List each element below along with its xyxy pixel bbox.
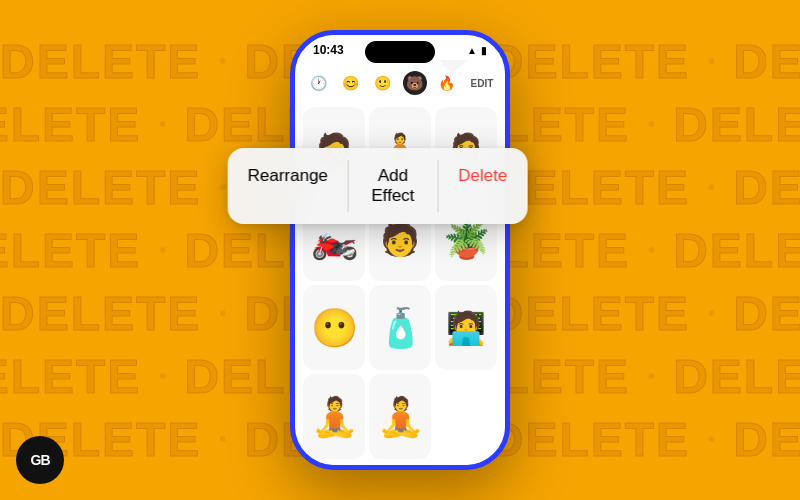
toolbar-clock-icon[interactable]: 🕐 [307,71,331,95]
sticker-5: 🧑 [380,220,420,258]
sticker-cell-8[interactable]: 🧴 [369,285,431,370]
toolbar-emoji-icon[interactable]: 🙂 [371,71,395,95]
logo-text: GB [31,452,50,468]
sticker-cell-11[interactable]: 🧘 [369,374,431,459]
phone-screen: 10:43 ▲ ▮ 🕐 😊 🙂 🐻 🔥 EDIT 🧔 [295,35,505,465]
sticker-9: 🧑‍💻 [446,309,486,347]
delete-button[interactable]: Delete [438,148,528,224]
sticker-11: 🧘 [377,398,424,436]
sticker-cell-9[interactable]: 🧑‍💻 [435,285,497,370]
sticker-cell-7[interactable]: 😶 [303,285,365,370]
sticker-7: 😶 [311,309,358,347]
toolbar-smile-icon[interactable]: 😊 [339,71,363,95]
wifi-icon: ▲ [467,45,477,56]
context-menu-arrow [439,60,467,74]
context-menu-wrapper: Rearrange Add Effect Delete [319,60,467,74]
status-icons: ▲ ▮ [467,45,487,56]
toolbar-fire-icon[interactable]: 🔥 [435,71,459,95]
sticker-4: 🏍️ [311,220,358,258]
toolbar-photo-icon[interactable]: 🐻 [403,71,427,95]
sticker-6: 🪴 [443,220,490,258]
rearrange-button[interactable]: Rearrange [228,148,348,224]
context-menu: Rearrange Add Effect Delete [228,148,528,224]
battery-icon: ▮ [481,45,487,56]
sticker-cell-10[interactable]: 🧘 [303,374,365,459]
sticker-10: 🧘 [311,398,358,436]
logo-badge: GB [16,436,64,484]
sticker-8: 🧴 [377,309,424,347]
toolbar-edit-button[interactable]: EDIT [471,78,494,89]
sticker-cell-12 [435,374,497,459]
status-time: 10:43 [313,43,344,57]
scene: Rearrange Add Effect Delete 10:43 ▲ ▮ 🕐 … [0,0,800,500]
add-effect-button[interactable]: Add Effect [348,148,438,224]
phone-frame: 10:43 ▲ ▮ 🕐 😊 🙂 🐻 🔥 EDIT 🧔 [290,30,510,470]
